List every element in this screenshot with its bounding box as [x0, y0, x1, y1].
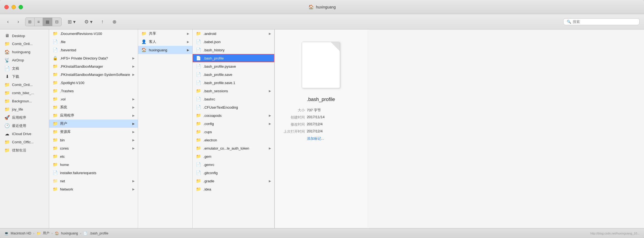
sidebar-item-zhisheng[interactable]: 📁 优智生活 [1, 146, 48, 154]
list-item[interactable]: 📁 .emulator_co...le_auth_token ▶ [193, 144, 274, 152]
sidebar-item-documents[interactable]: 📄 文稿 [1, 64, 48, 72]
list-item[interactable]: 📁 home [49, 160, 138, 169]
file-icon: 📄 [196, 39, 201, 44]
list-item[interactable]: 📄 .CFUserTextEncoding [193, 103, 274, 111]
list-item[interactable]: 👤 客人 ▶ [138, 38, 192, 46]
preview-metadata: 大小 737 字节 创建时间 2017/11/14 修改时间 2017/12/4… [280, 108, 362, 143]
sidebar-item-desktop[interactable]: 🖥 Desktop [1, 32, 48, 40]
sidebar-item-label: AirDrop [12, 58, 24, 62]
list-item[interactable]: 📄 .bash_history [193, 46, 274, 54]
sidebar-item-recent[interactable]: 🕐 最近使用 [1, 122, 48, 130]
file-label: installer.failurerequests [60, 171, 96, 175]
list-item[interactable]: 📁 .bash_sessions ▶ [193, 87, 274, 95]
sidebar-item-downloads[interactable]: ⬇ 下载 [1, 73, 48, 81]
forward-button[interactable]: › [15, 17, 22, 26]
list-item[interactable]: 📁 net ▶ [49, 177, 138, 185]
list-item[interactable]: 📁 Network ▶ [49, 185, 138, 193]
sidebar-item-airdrop[interactable]: 📡 AirDrop [1, 56, 48, 64]
list-item[interactable]: 📁 .Trashes [49, 87, 138, 95]
sidebar-item-background[interactable]: 📁 Backgroun... [1, 97, 48, 105]
maximize-button[interactable] [19, 5, 23, 9]
share-button[interactable]: ↑ [99, 17, 106, 26]
search-input[interactable] [573, 20, 636, 24]
list-item[interactable]: 📄 .gitconfig [193, 169, 274, 177]
back-button[interactable]: ‹ [4, 17, 11, 26]
preview-modified-label: 修改时间 [280, 122, 305, 127]
sidebar-item-comb-office[interactable]: 📁 Comb_Offic... [1, 138, 48, 146]
minimize-button[interactable] [11, 5, 16, 9]
list-item[interactable]: 📁 .gem [193, 152, 274, 160]
list-item[interactable]: 📁 .PKInstallSandboxManager ▶ [49, 62, 138, 70]
list-item[interactable]: 📁 .idea [193, 185, 274, 193]
preview-tag-row: 添加标记... [280, 136, 362, 141]
list-item[interactable]: 📁 .cups [193, 128, 274, 136]
sidebar-item-comb-bike[interactable]: 📁 comb_bike_... [1, 89, 48, 97]
list-item[interactable]: 🏠 huxinguang ▶ [138, 46, 192, 54]
list-item[interactable]: 📄 .fseventsd [49, 46, 138, 54]
sidebar-item-joy-life[interactable]: 📁 joy_life [1, 105, 48, 113]
huxinguang-label: huxinguang [61, 231, 78, 235]
file-label: net [60, 179, 65, 183]
folder-icon: 📁 [196, 88, 201, 93]
list-item[interactable]: 📄 .babel.json [193, 38, 274, 46]
folder-icon: 📁 [52, 80, 58, 85]
list-item[interactable]: 📁 .electron [193, 136, 274, 144]
list-item[interactable]: 📁 .vol ▶ [49, 95, 138, 103]
list-item[interactable]: 📁 应用程序 ▶ [49, 111, 138, 120]
list-item[interactable]: 📁 bin ▶ [49, 136, 138, 144]
list-item[interactable]: 📁 .gradle ▶ [193, 177, 274, 185]
folder-icon2: 📁 [4, 82, 10, 87]
tag-button[interactable]: ⊗ [110, 17, 119, 26]
list-item[interactable]: 📁 .android ▶ [193, 29, 274, 38]
list-item[interactable]: 📁 .cocoapods ▶ [193, 111, 274, 120]
arrow-icon: ▶ [269, 122, 271, 126]
list-item[interactable]: 📁 .Spotlight-V100 [49, 79, 138, 87]
sidebar-item-label: 最近使用 [12, 123, 26, 128]
list-item[interactable]: 📁 etc [49, 152, 138, 160]
list-item[interactable]: 📄 .bash_profile.pysave [193, 62, 274, 70]
arrow-icon: ▶ [269, 89, 271, 93]
arrow-icon: ▶ [132, 138, 135, 142]
view-column-button[interactable]: ▦ [43, 18, 52, 26]
documents-icon: 📄 [4, 66, 10, 71]
list-item[interactable]: 📁 cores ▶ [49, 144, 138, 152]
view-options-button[interactable]: ⊞ ▾ [65, 17, 78, 26]
view-icon-button[interactable]: ⊞ [25, 18, 35, 26]
document-icon [302, 42, 340, 88]
list-item[interactable]: 📄 .bashrc [193, 95, 274, 103]
list-item[interactable]: 📁 共享 ▶ [138, 29, 192, 38]
list-item[interactable]: 📄 .bash_profile.save.1 [193, 79, 274, 87]
sidebar-item-comb-online1[interactable]: 📁 Comb_Onli... [1, 40, 48, 48]
list-item[interactable]: 📁 用户 ▶ [49, 120, 138, 128]
file-label: .cocoapods [204, 114, 222, 118]
file-label: 用户 [60, 121, 67, 126]
file-icon: 📄 [196, 80, 201, 85]
sidebar-item-comb-online2[interactable]: 📁 Comb_Onli... [1, 81, 48, 89]
sidebar-item-huxinguang[interactable]: 🏠 huxinguang [1, 48, 48, 56]
sidebar-item-icloud[interactable]: ☁ iCloud Drive [1, 130, 48, 138]
list-item-bash-profile[interactable]: 📄 .bash_profile [193, 54, 274, 62]
sidebar: 🖥 Desktop 📁 Comb_Onli... 🏠 huxinguang 📡 … [0, 29, 49, 228]
sidebar-item-apps[interactable]: 🚀 应用程序 [1, 114, 48, 121]
close-button[interactable] [4, 5, 9, 9]
action-button[interactable]: ⚙ ▾ [82, 17, 95, 26]
view-cover-button[interactable]: ⊟ [52, 18, 61, 26]
list-item[interactable]: 📄 .file [49, 38, 138, 46]
list-item[interactable]: 📁 .config ▶ [193, 120, 274, 128]
search-box[interactable]: 🔍 [563, 18, 640, 25]
add-tag-link[interactable]: 添加标记... [307, 136, 362, 141]
airdrop-icon: 📡 [4, 58, 10, 63]
list-item[interactable]: 📄 installer.failurerequests [49, 169, 138, 177]
file-icon: 📄 [196, 72, 201, 77]
list-item[interactable]: 📄 .bash_profile.save [193, 70, 274, 79]
file-label: 资源库 [60, 129, 71, 134]
list-item[interactable]: 🔒 .HFS+ Private Directory Data? ▶ [49, 54, 138, 62]
list-item[interactable]: 📁 .PKInstallSandboxManager-SystemSoftwar… [49, 70, 138, 79]
view-list-button[interactable]: ≡ [35, 18, 43, 26]
folder-icon: 📁 [52, 72, 58, 77]
list-item[interactable]: 📁 资源库 ▶ [49, 128, 138, 136]
list-item[interactable]: 📁 .DocumentRevisions-V100 [49, 29, 138, 38]
folder-icon: 📁 [196, 113, 201, 118]
list-item[interactable]: 📄 .gemrc [193, 160, 274, 169]
list-item[interactable]: 📁 系统 ▶ [49, 103, 138, 111]
